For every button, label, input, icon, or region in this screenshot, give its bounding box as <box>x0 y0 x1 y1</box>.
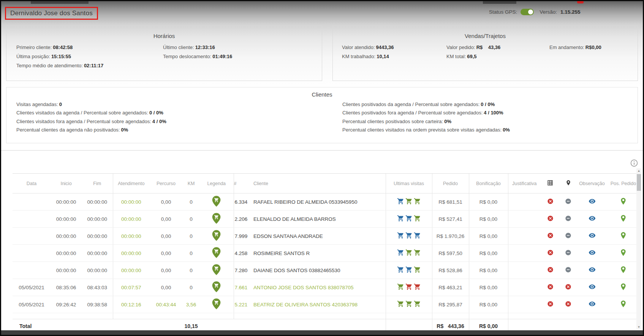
vertical-scrollbar[interactable]: ▲ ▼ <box>636 168 641 330</box>
minus-circle-icon[interactable] <box>565 249 571 256</box>
cell-flag-2 <box>560 279 577 296</box>
cell-legenda <box>199 245 234 262</box>
cart-pin-icon[interactable] <box>212 213 221 224</box>
map-pin-icon[interactable] <box>619 197 627 205</box>
eye-icon[interactable] <box>589 283 596 290</box>
cell-flag-1 <box>541 228 560 245</box>
cancel-icon[interactable] <box>565 301 571 307</box>
cart-icon[interactable] <box>414 300 421 307</box>
cart-pin-icon[interactable] <box>212 196 221 207</box>
eye-icon[interactable] <box>589 300 596 307</box>
cell-pos-pedido <box>607 296 639 313</box>
cell-percurso: 0,00 <box>149 279 183 296</box>
card-horarios-title: Horários <box>6 26 322 39</box>
map-pin-icon[interactable] <box>619 283 627 291</box>
table-row: 00:00:00 00:00:00 00:00:00 0,00 0 7.280 … <box>13 262 639 279</box>
cart-icon[interactable] <box>414 266 421 273</box>
cell-flag-1 <box>541 193 560 211</box>
cart-icon[interactable] <box>405 232 413 239</box>
cell-observacao <box>577 211 607 228</box>
eye-icon[interactable] <box>589 266 596 273</box>
cart-icon[interactable] <box>405 198 413 205</box>
cart-icon[interactable] <box>414 198 421 205</box>
cart-icon[interactable] <box>414 232 421 239</box>
cell-legenda <box>199 228 234 245</box>
cancel-icon[interactable] <box>547 215 554 222</box>
cell-km: 0 <box>183 245 199 262</box>
cell-cliente[interactable]: ROSIMEIRE SANTOS R <box>250 245 386 262</box>
map-pin-icon[interactable] <box>619 231 627 239</box>
cart-icon[interactable] <box>397 283 404 290</box>
cart-icon[interactable] <box>414 283 421 290</box>
cart-icon[interactable] <box>405 300 413 307</box>
cancel-icon[interactable] <box>547 249 554 256</box>
info-icon[interactable] <box>630 159 638 167</box>
topbar-controls: Status GPS: Versão: 1.15.255 <box>489 9 581 15</box>
cell-cliente[interactable]: RAFAEL RIBEIRO DE ALMEIDA 0533945950 <box>250 193 386 211</box>
cart-icon[interactable] <box>405 249 413 256</box>
cell-inicio: 00:00:00 <box>51 262 82 279</box>
cell-fim: 09:38:58 <box>82 296 113 313</box>
cell-atendimento: 00:00:00 <box>113 211 149 228</box>
cart-pin-icon[interactable] <box>212 281 221 292</box>
cart-icon[interactable] <box>405 266 413 273</box>
cell-cliente[interactable]: ANTONIO JOSE DOS SANTOS 838078705 <box>250 279 386 296</box>
cell-fim: 00:00:00 <box>82 262 113 279</box>
cell-cliente[interactable]: DAIANE DOS SANTOS 03882465530 <box>250 262 386 279</box>
cancel-icon[interactable] <box>547 232 554 239</box>
cutoff-text-fragment <box>483 1 516 4</box>
cart-icon[interactable] <box>397 232 404 239</box>
scroll-up-arrow[interactable]: ▲ <box>636 168 641 173</box>
eye-icon[interactable] <box>589 249 596 256</box>
cancel-icon[interactable] <box>547 301 554 307</box>
cell-atendimento: 00:12:16 <box>113 296 149 313</box>
cell-km: 0 <box>183 228 199 245</box>
cart-icon[interactable] <box>397 300 404 307</box>
cart-pin-icon[interactable] <box>212 298 221 309</box>
cell-ultimas-visitas <box>386 211 432 228</box>
cell-cliente[interactable]: BEATRIZ DE OLIVEIRA SANTOS 420363798 <box>250 296 386 313</box>
map-pin-icon[interactable] <box>619 300 627 308</box>
card-clientes: Clientes Visitas agendadas:0 Clientes vi… <box>6 87 638 143</box>
cart-icon[interactable] <box>397 249 404 256</box>
scroll-down-arrow[interactable]: ▼ <box>636 325 641 330</box>
eye-icon[interactable] <box>589 232 596 239</box>
eye-icon[interactable] <box>589 198 596 205</box>
cart-icon[interactable] <box>405 283 413 290</box>
eye-icon[interactable] <box>589 215 596 222</box>
cell-flag-1 <box>541 211 560 228</box>
cart-icon[interactable] <box>414 215 421 222</box>
scrollbar-thumb[interactable] <box>637 174 641 191</box>
map-pin-icon[interactable] <box>619 266 627 274</box>
cancel-icon[interactable] <box>547 284 554 290</box>
col-observacao: Observação <box>577 174 607 193</box>
cart-pin-icon[interactable] <box>212 264 221 275</box>
table-header-row: Data Inicio Fim Atendimento Percurso KM … <box>13 174 639 193</box>
cart-icon[interactable] <box>405 215 413 222</box>
cell-data: 05/05/2021 <box>13 279 51 296</box>
cart-pin-icon[interactable] <box>212 247 221 258</box>
cancel-icon[interactable] <box>547 198 554 204</box>
minus-circle-icon[interactable] <box>565 198 571 204</box>
minus-circle-icon[interactable] <box>565 232 571 239</box>
cell-justificativa <box>508 262 541 279</box>
version-label: Versão: <box>540 9 557 15</box>
cart-icon[interactable] <box>397 266 404 273</box>
gps-toggle[interactable] <box>521 9 534 15</box>
minus-circle-icon[interactable] <box>565 266 571 273</box>
minus-circle-icon[interactable] <box>565 215 571 222</box>
cell-cliente[interactable]: EDSON SANTANA ANDRADE <box>250 228 386 245</box>
map-pin-icon[interactable] <box>619 214 627 222</box>
cart-pin-icon[interactable] <box>212 230 221 241</box>
table-row: 05/05/2021 09:26:42 09:38:58 00:12:16 00… <box>13 296 639 313</box>
cart-icon[interactable] <box>397 215 404 222</box>
cart-icon[interactable] <box>397 198 404 205</box>
stat-primeiro-cliente: Primeiro cliente:08:42:58 <box>16 43 163 52</box>
cell-cliente[interactable]: ELENALDO DE ALMEIDA BARROS <box>250 211 386 228</box>
cart-icon[interactable] <box>414 249 421 256</box>
map-pin-icon[interactable] <box>619 249 627 257</box>
cancel-icon[interactable] <box>565 284 571 290</box>
cell-pedido: R$ 681,51 <box>432 193 469 211</box>
cancel-icon[interactable] <box>547 266 554 273</box>
cell-pos-pedido <box>607 228 639 245</box>
